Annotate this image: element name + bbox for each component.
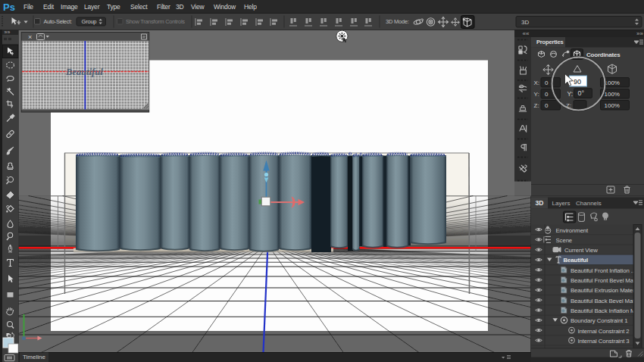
svg-text:X:: X: [534, 80, 540, 86]
svg-text:Edit: Edit [43, 3, 55, 11]
svg-text:Boundary Constraint 1: Boundary Constraint 1 [571, 317, 627, 324]
svg-text:Beautiful Back Inflation M...: Beautiful Back Inflation M... [571, 307, 640, 314]
svg-text:Internal Constraint 3: Internal Constraint 3 [578, 338, 630, 345]
svg-text:Help: Help [244, 3, 257, 11]
svg-text:0: 0 [545, 80, 549, 86]
svg-text:3D Mode:: 3D Mode: [386, 18, 409, 25]
svg-text:3D: 3D [521, 19, 529, 26]
svg-text:Show Transform Controls: Show Transform Controls [126, 18, 185, 25]
svg-text:Type: Type [107, 3, 120, 11]
svg-text:Filter: Filter [157, 3, 170, 11]
svg-text:Beautiful Back Bevel Mate...: Beautiful Back Bevel Mate... [571, 298, 642, 304]
svg-text:3D: 3D [536, 199, 544, 207]
svg-text:0: 0 [545, 91, 549, 98]
svg-text:100%: 100% [605, 102, 620, 109]
svg-text:Y:: Y: [534, 91, 539, 98]
svg-text:Z:: Z: [534, 102, 539, 109]
svg-text:Select: Select [130, 3, 148, 11]
svg-text:Beautiful: Beautiful [564, 257, 588, 264]
svg-text:»»: »» [636, 30, 643, 37]
svg-text:100%: 100% [605, 91, 620, 98]
svg-text:Auto-Select:: Auto-Select: [44, 18, 72, 25]
svg-text:Ps: Ps [3, 2, 15, 13]
svg-text:Channels: Channels [576, 200, 602, 207]
svg-text:3D: 3D [176, 3, 184, 11]
svg-text:×: × [28, 33, 32, 41]
svg-text:Y:: Y: [567, 90, 574, 98]
svg-text:Layer: Layer [84, 3, 100, 11]
svg-text:»»: »» [5, 30, 11, 35]
svg-text:File: File [23, 3, 33, 11]
svg-text:Beautiful Front Bevel Mat...: Beautiful Front Bevel Mat... [571, 277, 639, 284]
svg-text:90: 90 [574, 78, 581, 86]
svg-text:View: View [191, 3, 205, 11]
svg-text:««: «« [523, 30, 530, 37]
svg-text:Environment: Environment [556, 227, 589, 234]
svg-text:Beautiful: Beautiful [65, 67, 103, 77]
svg-text:Group: Group [82, 18, 97, 25]
svg-text:100%: 100% [605, 80, 620, 86]
svg-text:Properties: Properties [536, 39, 564, 45]
svg-text:Internal Constraint 2: Internal Constraint 2 [578, 328, 630, 335]
svg-text:Current View: Current View [564, 247, 598, 254]
svg-text:Timeline: Timeline [23, 354, 45, 360]
svg-text:0°: 0° [578, 89, 585, 97]
svg-text:Image: Image [61, 3, 78, 11]
svg-text:Window: Window [214, 3, 236, 11]
svg-text:Coordinates: Coordinates [586, 51, 621, 58]
svg-text:0: 0 [545, 102, 549, 109]
svg-text:Beautiful Front Inflation ...: Beautiful Front Inflation ... [571, 267, 636, 274]
svg-text:Scene: Scene [556, 237, 573, 244]
svg-text:Beautiful Extrusion Material: Beautiful Extrusion Material [571, 287, 640, 294]
svg-text:Layers: Layers [552, 200, 571, 207]
